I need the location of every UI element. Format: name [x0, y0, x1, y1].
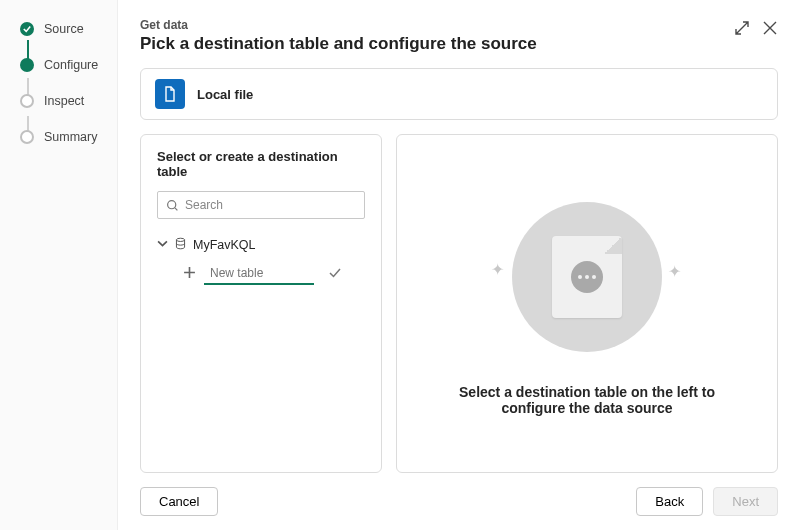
empty-state-graphic: ✦ ✦ [487, 192, 687, 362]
step-source[interactable]: Source [20, 22, 117, 36]
panel-title: Select or create a destination table [157, 149, 365, 179]
step-configure[interactable]: Configure [20, 58, 117, 72]
svg-point-0 [168, 200, 176, 208]
new-table-input[interactable] [204, 263, 314, 285]
step-label: Source [44, 22, 84, 36]
step-label: Summary [44, 130, 97, 144]
sparkle-icon: ✦ [491, 260, 504, 279]
ellipsis-icon [571, 261, 603, 293]
search-icon [166, 199, 179, 212]
sparkle-icon: ✦ [668, 262, 681, 281]
step-label: Configure [44, 58, 98, 72]
empty-state-text: Select a destination table on the left t… [413, 384, 761, 416]
header-text: Get data Pick a destination table and co… [140, 18, 734, 54]
panels: Select or create a destination table [140, 134, 778, 473]
get-data-dialog: Source Configure Inspect Summary Get dat… [0, 0, 800, 530]
plus-icon[interactable] [183, 266, 196, 282]
confirm-icon[interactable] [322, 266, 342, 283]
step-dot-icon [20, 130, 34, 144]
main-content: Get data Pick a destination table and co… [118, 0, 800, 530]
file-icon [155, 79, 185, 109]
check-icon [20, 22, 34, 36]
back-button[interactable]: Back [636, 487, 703, 516]
header-eyebrow: Get data [140, 18, 734, 32]
search-input[interactable] [185, 198, 356, 212]
new-table-row [183, 263, 365, 285]
wizard-steps: Source Configure Inspect Summary [0, 0, 118, 530]
step-dot-icon [20, 94, 34, 108]
dialog-header: Get data Pick a destination table and co… [140, 18, 778, 54]
step-label: Inspect [44, 94, 84, 108]
search-input-wrapper[interactable] [157, 191, 365, 219]
step-dot-current-icon [20, 58, 34, 72]
step-summary[interactable]: Summary [20, 130, 117, 144]
header-actions [734, 20, 778, 36]
table-tree: MyFavKQL [157, 235, 365, 285]
expand-icon[interactable] [734, 20, 750, 36]
database-icon [174, 237, 187, 253]
page-title: Pick a destination table and configure t… [140, 34, 734, 54]
svg-point-1 [176, 238, 184, 241]
step-inspect[interactable]: Inspect [20, 94, 117, 108]
tree-database-row[interactable]: MyFavKQL [157, 235, 365, 255]
chevron-down-icon [157, 238, 168, 252]
database-name: MyFavKQL [193, 238, 256, 252]
source-label: Local file [197, 87, 253, 102]
source-chip[interactable]: Local file [140, 68, 778, 120]
circle-bg [512, 202, 662, 352]
dialog-footer: Cancel Back Next [140, 487, 778, 516]
next-button[interactable]: Next [713, 487, 778, 516]
configure-panel: ✦ ✦ Select a destination table on the le… [396, 134, 778, 473]
close-icon[interactable] [762, 20, 778, 36]
document-icon [552, 236, 622, 318]
destination-panel: Select or create a destination table [140, 134, 382, 473]
cancel-button[interactable]: Cancel [140, 487, 218, 516]
footer-right: Back Next [636, 487, 778, 516]
